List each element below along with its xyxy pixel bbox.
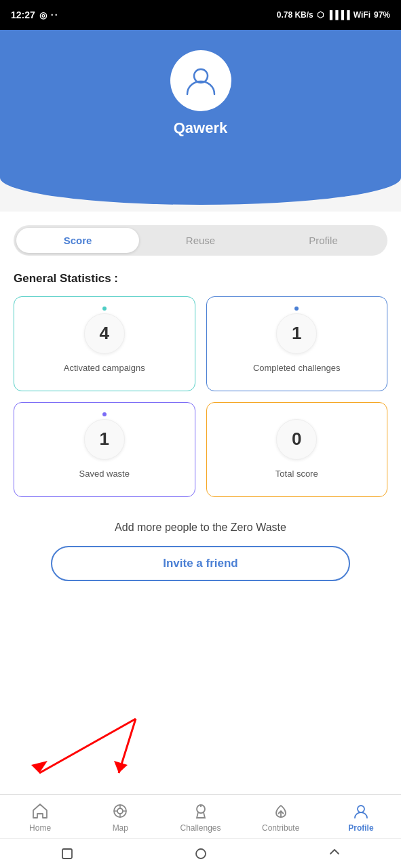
status-left: 12:27 ◎ ··: [11, 9, 59, 20]
invite-text: Add more people to the Zero Waste: [14, 520, 387, 535]
bluetooth-icon: ⬡: [317, 10, 324, 20]
wifi-icon: WiFi: [354, 10, 370, 20]
stat-label-completed-challenges: Completed challenges: [253, 362, 341, 374]
stat-card-activated-campaigns: 4 Activated campaigns: [14, 296, 195, 391]
nav-contribute-label: Contribute: [262, 823, 299, 833]
nav-profile[interactable]: Profile: [321, 802, 401, 833]
stat-indicator-blue: [294, 307, 299, 311]
person-icon: [184, 64, 218, 98]
dots-menu: ··: [51, 9, 59, 20]
svg-point-13: [358, 806, 364, 812]
svg-point-6: [117, 808, 123, 814]
signal-icon: ▐▐▐▐: [327, 10, 350, 20]
content-area: Score Reuse Profile General Statistics :…: [0, 212, 401, 822]
tab-profile[interactable]: Profile: [262, 228, 385, 253]
svg-rect-14: [62, 849, 72, 859]
stat-card-completed-challenges: 1 Completed challenges: [206, 296, 388, 391]
profile-nav-icon: [351, 802, 370, 821]
invite-section: Add more people to the Zero Waste Invite…: [14, 513, 387, 595]
nav-home[interactable]: Home: [0, 802, 80, 833]
bottom-nav: Home Map Challenges: [0, 794, 401, 838]
tabs-container: Score Reuse Profile: [14, 225, 387, 256]
svg-point-15: [196, 849, 206, 859]
stat-card-saved-waste: 1 Saved waste: [14, 402, 195, 497]
stat-value-saved-waste: 1: [84, 419, 125, 460]
invite-button[interactable]: Invite a friend: [51, 546, 350, 581]
location-icon: ◎: [39, 10, 47, 20]
section-title: General Statistics :: [14, 272, 387, 285]
stat-label-activated-campaigns: Activated campaigns: [64, 362, 145, 374]
stat-value-total-score: 0: [276, 419, 317, 460]
network-speed: 0.78 KB/s: [277, 10, 313, 20]
nav-challenges-label: Challenges: [180, 823, 221, 833]
stat-indicator-purple: [102, 412, 107, 416]
nav-map[interactable]: Map: [80, 802, 160, 833]
status-right: 0.78 KB/s ⬡ ▐▐▐▐ WiFi 97%: [277, 10, 390, 20]
stat-label-total-score: Total score: [275, 468, 318, 480]
stat-value-activated-campaigns: 4: [84, 313, 125, 354]
nav-contribute[interactable]: Contribute: [241, 802, 321, 833]
contribute-icon: [271, 802, 290, 821]
nav-home-label: Home: [29, 823, 51, 833]
battery: 97%: [374, 10, 390, 20]
android-back-button[interactable]: [59, 846, 75, 862]
nav-map-label: Map: [113, 823, 128, 833]
tab-reuse[interactable]: Reuse: [139, 228, 262, 253]
challenges-icon: [191, 802, 210, 821]
map-icon: [111, 802, 130, 821]
stat-value-completed-challenges: 1: [276, 313, 317, 354]
stat-indicator-teal: [102, 307, 107, 311]
status-bar: 12:27 ◎ ·· 0.78 KB/s ⬡ ▐▐▐▐ WiFi 97%: [0, 0, 401, 30]
tab-score[interactable]: Score: [16, 228, 139, 253]
stat-label-saved-waste: Saved waste: [79, 468, 130, 480]
nav-challenges[interactable]: Challenges: [160, 802, 240, 833]
android-nav: [0, 838, 401, 868]
stats-grid: 4 Activated campaigns 1 Completed challe…: [14, 296, 387, 497]
stat-card-total-score: 0 Total score: [206, 402, 388, 497]
android-recents-button[interactable]: [326, 846, 343, 862]
username: Qawerk: [174, 119, 228, 137]
avatar: [170, 50, 231, 111]
android-home-button[interactable]: [193, 846, 209, 862]
time: 12:27: [11, 9, 35, 20]
nav-profile-label: Profile: [348, 823, 373, 833]
home-icon: [31, 802, 50, 821]
header-area: Qawerk: [0, 30, 401, 178]
